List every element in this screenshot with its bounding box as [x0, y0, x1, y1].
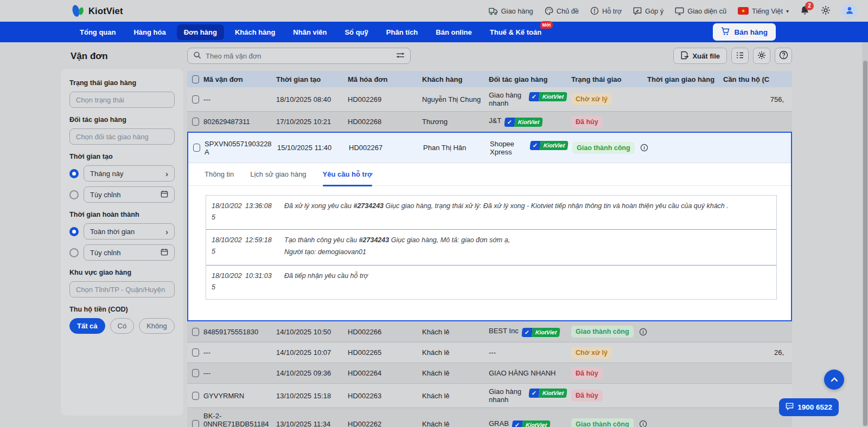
- info-icon[interactable]: [640, 144, 648, 152]
- table-row[interactable]: GYVYRMRN13/10/2025 15:18HD002263Khách lẻ…: [187, 383, 792, 407]
- column-settings-button[interactable]: [731, 48, 749, 64]
- row-checkbox[interactable]: [192, 369, 199, 377]
- cell-invoice-code[interactable]: HD002267: [349, 140, 423, 156]
- topbar-item-hỗ-trợ[interactable]: Hỗ trợ: [590, 7, 622, 15]
- cell-invoice-code[interactable]: HD002266: [348, 324, 422, 340]
- completed-time-preset-option[interactable]: Toàn thời gian ›: [69, 223, 175, 240]
- table-row[interactable]: BK-2-0NNRE71BDB51184X1AY313/10/2025 11:3…: [187, 407, 792, 427]
- cell-invoice-code[interactable]: HD002262: [348, 416, 422, 427]
- tab-yêu-cầu-hỗ-trợ[interactable]: Yêu cầu hỗ trợ: [323, 163, 373, 186]
- created-time-preset-option[interactable]: Tháng này ›: [69, 165, 175, 182]
- row-checkbox[interactable]: [192, 348, 199, 357]
- cell-invoice-code[interactable]: HD002265: [348, 345, 422, 360]
- user-avatar[interactable]: [842, 3, 857, 18]
- row-checkbox[interactable]: [192, 118, 199, 126]
- completed-time-custom-select[interactable]: Tùy chỉnh: [84, 244, 175, 261]
- search-icon: [193, 51, 201, 61]
- tab-lịch-sử-giao-hàng[interactable]: Lịch sử giao hàng: [250, 163, 306, 186]
- partner-select[interactable]: Chọn đối tác giao hàng: [69, 128, 175, 145]
- chat-icon: [786, 403, 794, 412]
- cell-cod-amount: [724, 144, 789, 152]
- kiotviet-logo[interactable]: KiotViet: [71, 3, 123, 18]
- topbar-item-label: Hỗ trợ: [602, 7, 622, 15]
- vertical-scrollbar[interactable]: [862, 42, 868, 427]
- info-icon[interactable]: [639, 328, 647, 336]
- cell-delivery-status: Đã hủy: [571, 364, 647, 383]
- table-header-row: Mã vận đơnThời gian tạoMã hóa đơnKhách h…: [187, 71, 792, 87]
- nav-item-tổng-quan[interactable]: Tổng quan: [73, 24, 123, 40]
- sliders-icon[interactable]: [396, 51, 405, 61]
- cell-partner: GRAB✓KiotViet: [489, 416, 571, 427]
- notifications-button[interactable]: 2: [800, 5, 809, 17]
- nav-item-đơn-hàng[interactable]: Đơn hàng: [177, 24, 224, 40]
- search-box[interactable]: [187, 48, 411, 64]
- cell-invoice-code[interactable]: HD002269: [348, 92, 422, 107]
- partner-name: Giao hàng nhanh: [489, 387, 526, 404]
- cell-created-time: 14/10/2025 09:36: [276, 365, 348, 381]
- partner-name: J&T: [489, 117, 501, 125]
- topbar-item-giao-hàng[interactable]: Giao hàng: [489, 7, 533, 15]
- scroll-to-top-button[interactable]: [824, 370, 844, 390]
- cod-option-không[interactable]: Không: [139, 318, 175, 334]
- chevron-right-icon: ›: [165, 228, 168, 236]
- column-header: Trạng thái giao: [571, 72, 647, 87]
- cell-delivery-time: [648, 144, 724, 152]
- select-all-checkbox[interactable]: [192, 75, 199, 83]
- row-checkbox[interactable]: [192, 420, 199, 427]
- search-input[interactable]: [206, 52, 392, 60]
- created-time-custom-option[interactable]: Tùy chỉnh: [69, 186, 175, 203]
- table-row[interactable]: SPXVN05571903228A15/10/2025 11:40HD00226…: [188, 133, 791, 163]
- nav-item-bán-online[interactable]: Bán online: [429, 24, 478, 40]
- cell-invoice-code[interactable]: HD002263: [348, 388, 422, 404]
- cod-option-có[interactable]: Có: [110, 318, 135, 334]
- sell-button[interactable]: Bán hàng: [713, 23, 776, 41]
- radio-selected-icon[interactable]: [69, 227, 79, 236]
- hotline-button[interactable]: 1900 6522: [779, 398, 839, 416]
- row-checkbox[interactable]: [193, 144, 200, 152]
- nav-item-nhân-viên[interactable]: Nhân viên: [286, 24, 334, 40]
- table-row[interactable]: ---14/10/2025 10:07HD002265Khách lẻ---Ch…: [187, 342, 792, 363]
- table-settings-button[interactable]: [753, 48, 770, 64]
- row-checkbox[interactable]: [192, 392, 199, 400]
- topbar-item-góp-ý[interactable]: Góp ý: [633, 7, 663, 15]
- cell-delivery-time: [647, 118, 723, 126]
- cell-delivery-status: Đã hủy: [571, 112, 647, 132]
- created-time-custom-select[interactable]: Tùy chỉnh: [84, 186, 175, 203]
- cell-invoice-code[interactable]: HD002264: [348, 365, 422, 381]
- completed-time-custom-option[interactable]: Tùy chỉnh: [69, 244, 175, 261]
- language-selector[interactable]: ★ Tiếng Việt ▾: [738, 7, 789, 15]
- row-checkbox[interactable]: [192, 95, 199, 103]
- row-checkbox-cell: [187, 345, 203, 360]
- nav-item-sổ-quỹ[interactable]: Sổ quỹ: [337, 24, 375, 40]
- nav-item-thuế---kế-toán[interactable]: Thuế & Kế toánMới: [483, 24, 548, 40]
- nav-item-khách-hàng[interactable]: Khách hàng: [228, 24, 282, 40]
- created-time-preset-select[interactable]: Tháng này ›: [84, 165, 175, 182]
- table-row[interactable]: 8485917555183014/10/2025 10:50HD002266Kh…: [187, 321, 792, 342]
- delivery-status-select[interactable]: Chọn trạng thái: [69, 92, 175, 108]
- radio-unselected-icon[interactable]: [69, 248, 79, 257]
- completed-time-preset-select[interactable]: Toàn thời gian ›: [84, 223, 175, 240]
- nav-item-hàng-hóa[interactable]: Hàng hóa: [126, 24, 173, 40]
- cell-invoice-code[interactable]: HD002268: [348, 114, 422, 130]
- table-row[interactable]: 80262948731117/10/2025 10:21HD002268Thươ…: [187, 111, 792, 132]
- partner-name: BEST Inc: [489, 327, 519, 335]
- topbar-item-giao-diện-cũ[interactable]: Giao diện cũ: [675, 7, 726, 15]
- row-checkbox[interactable]: [192, 328, 199, 336]
- column-header: Thời gian tạo: [276, 72, 348, 87]
- area-select[interactable]: Chọn Tỉnh/TP - Quận/Huyện: [69, 281, 175, 297]
- table-row[interactable]: ---14/10/2025 09:36HD002264Khách lẻGIAO …: [187, 363, 792, 383]
- settings-button[interactable]: [821, 5, 831, 17]
- help-button[interactable]: [775, 48, 792, 64]
- export-file-button[interactable]: Xuất file: [673, 48, 727, 64]
- created-time-custom-value: Tùy chỉnh: [90, 191, 120, 199]
- table-row[interactable]: ---18/10/2025 08:40HD002269Nguyễn Thị Ch…: [187, 87, 792, 111]
- nav-item-phân-tích[interactable]: Phân tích: [379, 24, 425, 40]
- info-icon[interactable]: [639, 420, 647, 427]
- radio-unselected-icon[interactable]: [69, 190, 79, 199]
- cell-created-time: 13/10/2025 11:34: [276, 416, 348, 427]
- radio-selected-icon[interactable]: [69, 169, 79, 178]
- cod-option-tất-cả[interactable]: Tất cả: [69, 318, 105, 334]
- topbar-item-chủ-đề[interactable]: Chủ đề: [545, 7, 579, 15]
- tab-thông-tin[interactable]: Thông tin: [205, 163, 234, 186]
- vertical-scrollbar-thumb[interactable]: [863, 61, 867, 426]
